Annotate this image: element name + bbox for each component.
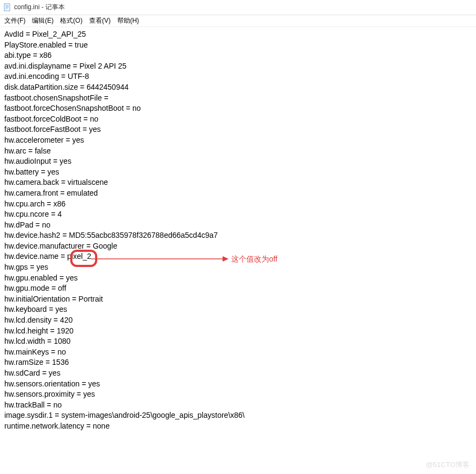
text-line[interactable]: hw.initialOrientation = Portrait: [4, 294, 472, 305]
text-line[interactable]: hw.audioInput = yes: [4, 156, 472, 167]
watermark: @51CTO博客: [426, 460, 470, 470]
text-line[interactable]: hw.sdCard = yes: [4, 368, 472, 379]
text-line[interactable]: hw.arc = false: [4, 146, 472, 157]
text-line[interactable]: avd.ini.encoding = UTF-8: [4, 71, 472, 82]
text-line[interactable]: hw.dPad = no: [4, 220, 472, 231]
text-line[interactable]: image.sysdir.1 = system-images\android-2…: [4, 410, 472, 421]
text-line[interactable]: hw.ramSize = 1536: [4, 357, 472, 368]
title-bar: config.ini - 记事本: [0, 0, 476, 15]
text-line[interactable]: hw.device.hash2 = MD5:55acbc835978f32678…: [4, 230, 472, 241]
text-line[interactable]: hw.sensors.orientation = yes: [4, 379, 472, 390]
text-line[interactable]: hw.device.name = pixel_2: [4, 251, 472, 262]
text-line[interactable]: fastboot.forceFastBoot = yes: [4, 124, 472, 135]
text-line[interactable]: fastboot.forceChosenSnapshotBoot = no: [4, 103, 472, 114]
text-line[interactable]: hw.gpu.enabled = yes: [4, 273, 472, 284]
text-line[interactable]: hw.trackBall = no: [4, 400, 472, 411]
window-title: config.ini - 记事本: [14, 3, 65, 12]
text-line[interactable]: hw.camera.back = virtualscene: [4, 177, 472, 188]
text-line[interactable]: hw.lcd.width = 1080: [4, 336, 472, 347]
menu-help[interactable]: 帮助(H): [117, 16, 139, 25]
text-line[interactable]: disk.dataPartition.size = 6442450944: [4, 82, 472, 93]
text-line[interactable]: runtime.network.latency = none: [4, 421, 472, 432]
text-line[interactable]: avd.ini.displayname = Pixel 2 API 25: [4, 61, 472, 72]
text-line[interactable]: hw.camera.front = emulated: [4, 188, 472, 199]
text-line[interactable]: hw.gpu.mode = off: [4, 283, 472, 294]
text-line[interactable]: fastboot.forceColdBoot = no: [4, 114, 472, 125]
text-line[interactable]: hw.sensors.proximity = yes: [4, 389, 472, 400]
text-line[interactable]: hw.cpu.arch = x86: [4, 199, 472, 210]
text-line[interactable]: hw.lcd.height = 1920: [4, 326, 472, 337]
menu-bar: 文件(F) 编辑(E) 格式(O) 查看(V) 帮助(H): [0, 15, 476, 27]
text-line[interactable]: hw.accelerometer = yes: [4, 135, 472, 146]
menu-format[interactable]: 格式(O): [60, 16, 82, 25]
text-line[interactable]: AvdId = Pixel_2_API_25: [4, 29, 472, 40]
text-line[interactable]: hw.battery = yes: [4, 167, 472, 178]
text-line[interactable]: PlayStore.enabled = true: [4, 40, 472, 51]
menu-edit[interactable]: 编辑(E): [32, 16, 53, 25]
text-line[interactable]: hw.device.manufacturer = Google: [4, 241, 472, 252]
text-line[interactable]: hw.mainKeys = no: [4, 347, 472, 358]
menu-file[interactable]: 文件(F): [4, 16, 25, 25]
menu-view[interactable]: 查看(V): [89, 16, 111, 25]
svg-rect-0: [4, 4, 10, 11]
text-line[interactable]: hw.lcd.density = 420: [4, 315, 472, 326]
text-line[interactable]: hw.keyboard = yes: [4, 304, 472, 315]
text-line[interactable]: abi.type = x86: [4, 50, 472, 61]
text-line[interactable]: hw.cpu.ncore = 4: [4, 209, 472, 220]
text-line[interactable]: hw.gps = yes: [4, 262, 472, 273]
notepad-icon: [3, 3, 12, 12]
text-content[interactable]: AvdId = Pixel_2_API_25PlayStore.enabled …: [0, 27, 476, 434]
text-line[interactable]: fastboot.chosenSnapshotFile =: [4, 93, 472, 104]
